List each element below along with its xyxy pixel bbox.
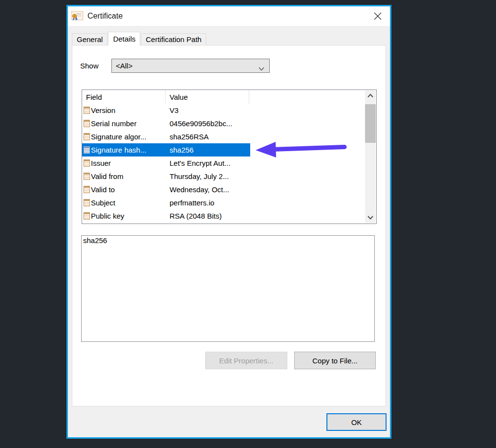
certificate-field-icon: [84, 133, 90, 140]
tab-strip: General Details Certification Path: [72, 32, 207, 45]
tab-general-label: General: [77, 35, 103, 44]
certificate-dialog: Certificate General Details Certificatio…: [66, 5, 391, 439]
certificate-field-icon: [84, 186, 90, 193]
title-bar: Certificate: [68, 6, 390, 26]
certificate-field-list: Field Value VersionV3Serial number0456e9…: [82, 90, 377, 224]
tab-certification-path-label: Certification Path: [146, 35, 201, 44]
list-item[interactable]: Valid toWednesday, Oct...: [82, 183, 250, 196]
list-item[interactable]: VersionV3: [82, 104, 250, 117]
field-value: perfmatters.io: [170, 199, 215, 207]
field-name: Issuer: [91, 159, 169, 167]
certificate-field-icon: [84, 199, 90, 206]
tab-certification-path[interactable]: Certification Path: [141, 33, 206, 45]
scrollbar-track[interactable]: [365, 101, 376, 212]
field-value: Thursday, July 2...: [170, 172, 229, 180]
edit-properties-button[interactable]: Edit Properties...: [205, 352, 287, 369]
column-header-field[interactable]: Field: [82, 90, 166, 104]
list-item[interactable]: Valid fromThursday, July 2...: [82, 170, 250, 183]
tab-details[interactable]: Details: [108, 32, 140, 45]
list-item[interactable]: Serial number0456e90956b2bc...: [82, 117, 250, 130]
field-value: RSA (2048 Bits): [170, 212, 222, 220]
field-name: Signature algor...: [91, 133, 169, 141]
tab-details-label: Details: [113, 35, 135, 43]
certificate-field-icon: [84, 120, 90, 127]
field-list-body: VersionV3Serial number0456e90956b2bc...S…: [82, 104, 365, 223]
field-name: Valid from: [91, 172, 169, 180]
field-name: Signature hash...: [91, 146, 169, 154]
window-title: Certificate: [87, 12, 123, 21]
field-name: Subject: [91, 199, 169, 207]
scrollbar-thumb[interactable]: [365, 104, 376, 143]
ok-button[interactable]: OK: [326, 413, 387, 431]
field-value: 0456e90956b2bc...: [170, 119, 232, 128]
field-value: Let's Encrypt Aut...: [170, 159, 231, 167]
certificate-field-icon: [84, 212, 90, 220]
details-tab-page: Show <All> Field Value VersionV3Serial n…: [72, 45, 386, 406]
field-name: Public key: [91, 212, 169, 220]
scroll-up-icon[interactable]: [365, 90, 376, 101]
certificate-field-icon: [84, 146, 90, 154]
show-dropdown[interactable]: <All>: [111, 59, 270, 73]
chevron-down-icon: [259, 64, 264, 72]
field-value: Wednesday, Oct...: [170, 185, 229, 194]
certificate-field-icon: [84, 107, 90, 114]
list-item[interactable]: Subjectperfmatters.io: [82, 196, 250, 209]
list-item[interactable]: Signature hash...sha256: [82, 143, 250, 157]
list-item[interactable]: Public keyRSA (2048 Bits): [82, 209, 250, 223]
field-value-preview[interactable]: sha256: [81, 235, 375, 342]
list-header: Field Value: [82, 90, 376, 104]
field-value: sha256RSA: [170, 133, 209, 141]
show-label: Show: [80, 62, 111, 70]
list-scrollbar[interactable]: [365, 90, 376, 223]
tab-general[interactable]: General: [72, 33, 108, 45]
field-name: Version: [91, 106, 169, 114]
list-item[interactable]: IssuerLet's Encrypt Aut...: [82, 157, 250, 170]
certificate-field-icon: [84, 159, 90, 167]
certificate-icon: [71, 11, 84, 22]
scroll-down-icon[interactable]: [365, 212, 376, 223]
certificate-field-icon: [84, 173, 90, 180]
show-dropdown-value: <All>: [116, 62, 132, 70]
field-value: V3: [170, 106, 178, 114]
list-item[interactable]: Signature algor...sha256RSA: [82, 130, 250, 143]
copy-to-file-button[interactable]: Copy to File...: [294, 352, 376, 369]
field-value: sha256: [170, 146, 194, 154]
field-name: Valid to: [91, 185, 169, 194]
field-name: Serial number: [91, 119, 169, 128]
close-icon[interactable]: [371, 10, 384, 22]
column-header-value[interactable]: Value: [166, 90, 249, 104]
